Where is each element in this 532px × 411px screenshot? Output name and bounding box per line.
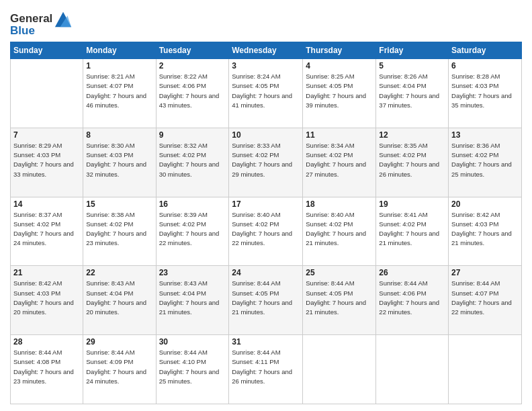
day-cell: 23Sunrise: 8:43 AMSunset: 4:04 PMDayligh… [156, 266, 229, 335]
day-info: Sunrise: 8:25 AMSunset: 4:05 PMDaylight:… [306, 72, 373, 110]
day-number: 8 [86, 130, 152, 140]
day-info: Sunrise: 8:38 AMSunset: 4:02 PMDaylight:… [86, 210, 152, 248]
weekday-header-thursday: Thursday [303, 42, 376, 59]
day-number: 1 [86, 61, 152, 71]
day-info: Sunrise: 8:43 AMSunset: 4:04 PMDaylight:… [159, 279, 226, 317]
day-info: Sunrise: 8:36 AMSunset: 4:02 PMDaylight:… [451, 141, 519, 179]
day-cell: 8Sunrise: 8:30 AMSunset: 4:03 PMDaylight… [83, 128, 156, 197]
day-cell: 1Sunrise: 8:21 AMSunset: 4:07 PMDaylight… [83, 59, 156, 128]
day-cell [303, 335, 376, 404]
day-cell: 19Sunrise: 8:41 AMSunset: 4:02 PMDayligh… [376, 197, 449, 266]
day-number: 29 [86, 337, 152, 347]
day-cell: 13Sunrise: 8:36 AMSunset: 4:02 PMDayligh… [449, 128, 522, 197]
day-cell: 22Sunrise: 8:43 AMSunset: 4:04 PMDayligh… [83, 266, 156, 335]
day-number: 22 [86, 268, 152, 277]
day-info: Sunrise: 8:44 AMSunset: 4:05 PMDaylight:… [232, 279, 300, 317]
day-number: 16 [159, 199, 226, 209]
day-cell: 5Sunrise: 8:26 AMSunset: 4:04 PMDaylight… [376, 59, 449, 128]
day-info: Sunrise: 8:33 AMSunset: 4:02 PMDaylight:… [232, 141, 300, 179]
day-info: Sunrise: 8:44 AMSunset: 4:05 PMDaylight:… [306, 279, 373, 317]
day-number: 15 [86, 199, 152, 209]
day-cell: 24Sunrise: 8:44 AMSunset: 4:05 PMDayligh… [229, 266, 303, 335]
day-number: 13 [451, 130, 519, 140]
day-cell [376, 335, 449, 404]
day-number: 24 [232, 268, 300, 277]
day-number: 12 [379, 130, 445, 140]
day-cell: 3Sunrise: 8:24 AMSunset: 4:05 PMDaylight… [229, 59, 303, 128]
day-cell: 31Sunrise: 8:44 AMSunset: 4:11 PMDayligh… [229, 335, 303, 404]
weekday-header-wednesday: Wednesday [229, 42, 303, 59]
weekday-header-friday: Friday [376, 42, 449, 59]
day-number: 9 [159, 130, 226, 140]
weekday-header-saturday: Saturday [449, 42, 522, 59]
day-cell: 20Sunrise: 8:42 AMSunset: 4:03 PMDayligh… [449, 197, 522, 266]
day-cell: 17Sunrise: 8:40 AMSunset: 4:02 PMDayligh… [229, 197, 303, 266]
day-info: Sunrise: 8:40 AMSunset: 4:02 PMDaylight:… [306, 210, 373, 248]
day-cell: 2Sunrise: 8:22 AMSunset: 4:06 PMDaylight… [156, 59, 229, 128]
day-info: Sunrise: 8:42 AMSunset: 4:03 PMDaylight:… [13, 279, 80, 317]
weekday-header-monday: Monday [83, 42, 156, 59]
day-info: Sunrise: 8:32 AMSunset: 4:02 PMDaylight:… [159, 141, 226, 179]
day-info: Sunrise: 8:39 AMSunset: 4:02 PMDaylight:… [159, 210, 226, 248]
day-number: 11 [306, 130, 373, 140]
day-number: 19 [379, 199, 445, 209]
logo-general-text: General [10, 12, 52, 26]
day-cell: 27Sunrise: 8:44 AMSunset: 4:07 PMDayligh… [449, 266, 522, 335]
week-row-3: 14Sunrise: 8:37 AMSunset: 4:02 PMDayligh… [11, 197, 522, 266]
day-info: Sunrise: 8:21 AMSunset: 4:07 PMDaylight:… [86, 72, 152, 110]
day-number: 27 [451, 268, 519, 277]
day-cell: 6Sunrise: 8:28 AMSunset: 4:03 PMDaylight… [449, 59, 522, 128]
day-number: 3 [232, 61, 300, 71]
day-info: Sunrise: 8:29 AMSunset: 4:03 PMDaylight:… [13, 141, 80, 179]
day-number: 5 [379, 61, 445, 71]
day-number: 2 [159, 61, 226, 71]
day-cell: 18Sunrise: 8:40 AMSunset: 4:02 PMDayligh… [303, 197, 376, 266]
week-row-2: 7Sunrise: 8:29 AMSunset: 4:03 PMDaylight… [11, 128, 522, 197]
week-row-1: 1Sunrise: 8:21 AMSunset: 4:07 PMDaylight… [11, 59, 522, 128]
day-number: 20 [451, 199, 519, 209]
day-number: 31 [232, 337, 300, 347]
day-info: Sunrise: 8:44 AMSunset: 4:09 PMDaylight:… [86, 348, 152, 386]
day-cell: 9Sunrise: 8:32 AMSunset: 4:02 PMDaylight… [156, 128, 229, 197]
week-row-4: 21Sunrise: 8:42 AMSunset: 4:03 PMDayligh… [11, 266, 522, 335]
day-number: 17 [232, 199, 300, 209]
weekday-header-tuesday: Tuesday [156, 42, 229, 59]
day-cell [11, 59, 83, 128]
day-info: Sunrise: 8:44 AMSunset: 4:07 PMDaylight:… [451, 279, 519, 317]
day-cell: 14Sunrise: 8:37 AMSunset: 4:02 PMDayligh… [11, 197, 83, 266]
day-cell: 11Sunrise: 8:34 AMSunset: 4:02 PMDayligh… [303, 128, 376, 197]
day-info: Sunrise: 8:30 AMSunset: 4:03 PMDaylight:… [86, 141, 152, 179]
day-number: 28 [13, 337, 80, 347]
day-info: Sunrise: 8:22 AMSunset: 4:06 PMDaylight:… [159, 72, 226, 110]
day-cell: 30Sunrise: 8:44 AMSunset: 4:10 PMDayligh… [156, 335, 229, 404]
day-info: Sunrise: 8:43 AMSunset: 4:04 PMDaylight:… [86, 279, 152, 317]
calendar-page: General Blue SundayMondayTuesdayWednesda… [0, 0, 532, 411]
weekday-header-sunday: Sunday [11, 42, 83, 59]
calendar-table: SundayMondayTuesdayWednesdayThursdayFrid… [10, 42, 522, 404]
logo: General Blue [10, 9, 73, 38]
logo-icon [54, 9, 73, 28]
day-cell: 16Sunrise: 8:39 AMSunset: 4:02 PMDayligh… [156, 197, 229, 266]
day-number: 4 [306, 61, 373, 71]
day-cell: 15Sunrise: 8:38 AMSunset: 4:02 PMDayligh… [83, 197, 156, 266]
day-number: 21 [13, 268, 80, 277]
day-info: Sunrise: 8:41 AMSunset: 4:02 PMDaylight:… [379, 210, 445, 248]
day-info: Sunrise: 8:24 AMSunset: 4:05 PMDaylight:… [232, 72, 300, 110]
header: General Blue [10, 7, 522, 38]
day-number: 10 [232, 130, 300, 140]
day-cell: 12Sunrise: 8:35 AMSunset: 4:02 PMDayligh… [376, 128, 449, 197]
day-cell: 29Sunrise: 8:44 AMSunset: 4:09 PMDayligh… [83, 335, 156, 404]
day-cell: 10Sunrise: 8:33 AMSunset: 4:02 PMDayligh… [229, 128, 303, 197]
day-number: 7 [13, 130, 80, 140]
day-cell: 25Sunrise: 8:44 AMSunset: 4:05 PMDayligh… [303, 266, 376, 335]
day-info: Sunrise: 8:34 AMSunset: 4:02 PMDaylight:… [306, 141, 373, 179]
day-cell: 7Sunrise: 8:29 AMSunset: 4:03 PMDaylight… [11, 128, 83, 197]
day-info: Sunrise: 8:26 AMSunset: 4:04 PMDaylight:… [379, 72, 445, 110]
day-number: 6 [451, 61, 519, 71]
day-number: 30 [159, 337, 226, 347]
day-info: Sunrise: 8:42 AMSunset: 4:03 PMDaylight:… [451, 210, 519, 248]
day-cell [449, 335, 522, 404]
day-info: Sunrise: 8:44 AMSunset: 4:08 PMDaylight:… [13, 348, 80, 386]
week-row-5: 28Sunrise: 8:44 AMSunset: 4:08 PMDayligh… [11, 335, 522, 404]
day-info: Sunrise: 8:35 AMSunset: 4:02 PMDaylight:… [379, 141, 445, 179]
